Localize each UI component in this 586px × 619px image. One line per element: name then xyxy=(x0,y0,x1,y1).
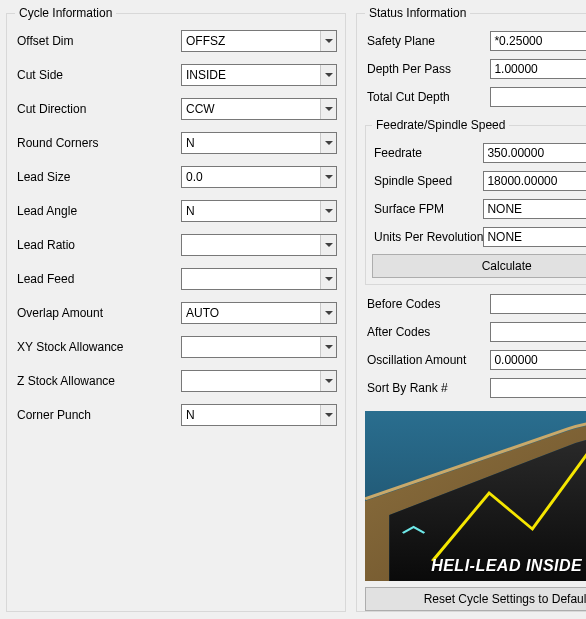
chevron-down-icon[interactable] xyxy=(320,133,336,153)
lead-feed-label: Lead Feed xyxy=(15,272,181,286)
chevron-down-icon[interactable] xyxy=(320,99,336,119)
chevron-down-icon[interactable] xyxy=(320,405,336,425)
before-codes-row: Before Codes xyxy=(365,293,586,315)
lead-angle-value: N xyxy=(182,204,320,218)
lead-feed-combo[interactable] xyxy=(181,268,337,290)
round-corners-label: Round Corners xyxy=(15,136,181,150)
overlap-amount-combo[interactable]: AUTO xyxy=(181,302,337,324)
surface-fpm-label: Surface FPM xyxy=(372,202,483,216)
feedrate-label: Feedrate xyxy=(372,146,483,160)
sort-by-rank-label: Sort By Rank # xyxy=(365,381,490,395)
lead-size-row: Lead Size 0.0 xyxy=(15,166,337,188)
overlap-amount-value: AUTO xyxy=(182,306,320,320)
spindle-speed-input[interactable] xyxy=(483,171,586,191)
lead-angle-row: Lead Angle N xyxy=(15,200,337,222)
lead-size-combo[interactable]: 0.0 xyxy=(181,166,337,188)
spindle-speed-row: Spindle Speed xyxy=(372,170,586,192)
feedrate-spindle-speed-group: Feedrate/Spindle Speed Feedrate Spindle … xyxy=(365,118,586,285)
after-codes-input[interactable] xyxy=(490,322,586,342)
offset-dim-value: OFFSZ xyxy=(182,34,320,48)
units-per-revolution-input[interactable] xyxy=(483,227,586,247)
total-cut-depth-label: Total Cut Depth xyxy=(365,90,490,104)
corner-punch-label: Corner Punch xyxy=(15,408,181,422)
units-per-revolution-row: Units Per Revolution xyxy=(372,226,586,248)
chevron-down-icon[interactable] xyxy=(320,167,336,187)
chevron-down-icon[interactable] xyxy=(320,65,336,85)
safety-plane-label: Safety Plane xyxy=(365,34,490,48)
status-information-body: Safety Plane Depth Per Pass Total Cut De… xyxy=(365,30,586,611)
cycle-information-group: Cycle Information Offset Dim OFFSZ Cut S… xyxy=(6,6,346,612)
before-codes-input[interactable] xyxy=(490,294,586,314)
z-stock-allowance-label: Z Stock Allowance xyxy=(15,374,181,388)
chevron-down-icon[interactable] xyxy=(320,201,336,221)
after-codes-row: After Codes xyxy=(365,321,586,343)
overlap-amount-row: Overlap Amount AUTO xyxy=(15,302,337,324)
cut-side-combo[interactable]: INSIDE xyxy=(181,64,337,86)
lead-ratio-combo[interactable] xyxy=(181,234,337,256)
round-corners-value: N xyxy=(182,136,320,150)
chevron-down-icon[interactable] xyxy=(320,303,336,323)
xy-stock-allowance-combo[interactable] xyxy=(181,336,337,358)
offset-dim-label: Offset Dim xyxy=(15,34,181,48)
depth-per-pass-row: Depth Per Pass xyxy=(365,58,586,80)
oscillation-amount-row: Oscillation Amount xyxy=(365,349,586,371)
calculate-button[interactable]: Calculate xyxy=(372,254,586,278)
chevron-down-icon[interactable] xyxy=(320,337,336,357)
surface-fpm-input[interactable] xyxy=(483,199,586,219)
safety-plane-input[interactable] xyxy=(490,31,586,51)
lead-ratio-label: Lead Ratio xyxy=(15,238,181,252)
lead-angle-combo[interactable]: N xyxy=(181,200,337,222)
oscillation-amount-input[interactable] xyxy=(490,350,586,370)
preview-svg xyxy=(365,411,586,581)
depth-per-pass-input[interactable] xyxy=(490,59,586,79)
chevron-down-icon[interactable] xyxy=(320,269,336,289)
feedrate-input[interactable] xyxy=(483,143,586,163)
corner-punch-row: Corner Punch N xyxy=(15,404,337,426)
cycle-information-body: Offset Dim OFFSZ Cut Side INSIDE Cut Dir… xyxy=(15,30,337,438)
status-information-legend: Status Information xyxy=(365,6,470,20)
corner-punch-value: N xyxy=(182,408,320,422)
z-stock-allowance-combo[interactable] xyxy=(181,370,337,392)
sort-by-rank-input[interactable] xyxy=(490,378,586,398)
cut-direction-label: Cut Direction xyxy=(15,102,181,116)
cut-direction-combo[interactable]: CCW xyxy=(181,98,337,120)
feedrate-row: Feedrate xyxy=(372,142,586,164)
cut-direction-value: CCW xyxy=(182,102,320,116)
preview-image: HELI-LEAD INSIDE xyxy=(365,411,586,581)
feedrate-spindle-speed-legend: Feedrate/Spindle Speed xyxy=(372,118,509,132)
lead-angle-label: Lead Angle xyxy=(15,204,181,218)
cut-side-label: Cut Side xyxy=(15,68,181,82)
lead-feed-row: Lead Feed xyxy=(15,268,337,290)
lead-ratio-row: Lead Ratio xyxy=(15,234,337,256)
round-corners-row: Round Corners N xyxy=(15,132,337,154)
xy-stock-allowance-row: XY Stock Allowance xyxy=(15,336,337,358)
overlap-amount-label: Overlap Amount xyxy=(15,306,181,320)
chevron-down-icon[interactable] xyxy=(320,235,336,255)
reset-cycle-settings-button[interactable]: Reset Cycle Settings to Default xyxy=(365,587,586,611)
cycle-information-legend: Cycle Information xyxy=(15,6,116,20)
offset-dim-row: Offset Dim OFFSZ xyxy=(15,30,337,52)
surface-fpm-row: Surface FPM xyxy=(372,198,586,220)
lead-size-label: Lead Size xyxy=(15,170,181,184)
cut-direction-row: Cut Direction CCW xyxy=(15,98,337,120)
oscillation-amount-label: Oscillation Amount xyxy=(365,353,490,367)
cut-side-row: Cut Side INSIDE xyxy=(15,64,337,86)
cut-side-value: INSIDE xyxy=(182,68,320,82)
safety-plane-row: Safety Plane xyxy=(365,30,586,52)
total-cut-depth-row: Total Cut Depth xyxy=(365,86,586,108)
xy-stock-allowance-label: XY Stock Allowance xyxy=(15,340,181,354)
status-information-group: Status Information Safety Plane Depth Pe… xyxy=(356,6,586,612)
corner-punch-combo[interactable]: N xyxy=(181,404,337,426)
chevron-down-icon[interactable] xyxy=(320,371,336,391)
after-codes-label: After Codes xyxy=(365,325,490,339)
sort-by-rank-row: Sort By Rank # xyxy=(365,377,586,399)
z-stock-allowance-row: Z Stock Allowance xyxy=(15,370,337,392)
total-cut-depth-input[interactable] xyxy=(490,87,586,107)
offset-dim-combo[interactable]: OFFSZ xyxy=(181,30,337,52)
before-codes-label: Before Codes xyxy=(365,297,490,311)
chevron-down-icon[interactable] xyxy=(320,31,336,51)
depth-per-pass-label: Depth Per Pass xyxy=(365,62,490,76)
spindle-speed-label: Spindle Speed xyxy=(372,174,483,188)
round-corners-combo[interactable]: N xyxy=(181,132,337,154)
units-per-revolution-label: Units Per Revolution xyxy=(372,230,483,244)
